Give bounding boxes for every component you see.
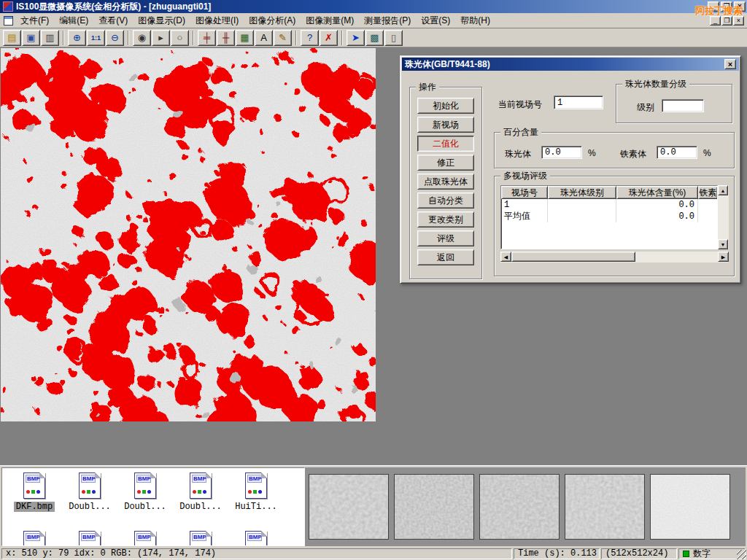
- help-icon[interactable]: ?: [301, 30, 319, 46]
- file-item-partial[interactable]: BMP: [62, 531, 117, 546]
- table-row[interactable]: 1 0.0: [501, 199, 717, 211]
- current-field-input[interactable]: [554, 96, 603, 109]
- ruler-icon[interactable]: ▯: [384, 30, 403, 46]
- header-grade[interactable]: 珠光体级别: [548, 186, 616, 199]
- op-button-1[interactable]: 初始化: [417, 98, 474, 114]
- table-horizontal-scrollbar[interactable]: ◀ ▶: [500, 252, 729, 262]
- annotate-icon[interactable]: ✎: [274, 30, 292, 46]
- micrograph-thumbnail[interactable]: [479, 474, 560, 540]
- op-button-5[interactable]: 点取珠光体: [417, 174, 474, 190]
- scroll-up-icon[interactable]: ▲: [718, 185, 728, 195]
- save-icon[interactable]: ▣: [22, 30, 40, 46]
- micrograph-thumbnail[interactable]: [650, 474, 730, 540]
- menu-image-display[interactable]: 图像显示(D): [133, 12, 190, 29]
- pointer-icon[interactable]: ➤: [347, 30, 365, 46]
- file-item[interactable]: BMPHuiTi...: [228, 472, 284, 512]
- menu-settings[interactable]: 设置(S): [416, 12, 455, 29]
- page-fold-icon: [261, 531, 267, 537]
- dialog-title-bar[interactable]: 珠光体(GB/T9441-88) ×: [402, 58, 739, 71]
- text-label-icon[interactable]: A: [255, 30, 273, 46]
- header-content[interactable]: 珠光体含量(%): [616, 186, 698, 199]
- op-button-7[interactable]: 更改类别: [417, 211, 474, 228]
- menu-image-process[interactable]: 图像处理(I): [190, 12, 244, 29]
- restore-button[interactable]: ❐: [721, 1, 732, 12]
- file-item[interactable]: BMPDoubl...: [173, 472, 228, 512]
- scrollbar-thumb[interactable]: [511, 252, 635, 262]
- menu-view[interactable]: 查看(V): [93, 12, 133, 29]
- file-list[interactable]: BMPDKF.bmpBMPDoubl...BMPDoubl...BMPDoubl…: [1, 467, 305, 546]
- thumbnail-strip: [305, 467, 746, 546]
- file-item-partial[interactable]: BMP: [228, 531, 284, 546]
- caliper-horizontal-icon[interactable]: ╪: [198, 30, 216, 46]
- op-button-2[interactable]: 新视场: [417, 117, 474, 133]
- micrograph-thumbnail[interactable]: [394, 474, 474, 540]
- micrograph-thumbnail[interactable]: [309, 474, 389, 540]
- rating-table[interactable]: 视场号 珠光体级别 珠光体含量(%) 铁素 1 0.0 平均值: [500, 185, 718, 249]
- actual-size-icon[interactable]: 1:1: [87, 30, 105, 46]
- toolbar-separator: [63, 31, 64, 45]
- hatch-icon[interactable]: ▩: [365, 30, 384, 46]
- op-button-6[interactable]: 自动分类: [417, 192, 474, 209]
- delete-measure-icon[interactable]: ✗: [320, 30, 338, 46]
- camera-icon[interactable]: ◉: [133, 30, 151, 46]
- pearlite-percent-input[interactable]: [541, 146, 582, 159]
- table-vertical-scrollbar[interactable]: ▲ ▼: [718, 185, 729, 249]
- level-input[interactable]: [662, 99, 704, 112]
- op-button-8[interactable]: 评级: [417, 230, 474, 246]
- file-row: BMPDKF.bmpBMPDoubl...BMPDoubl...BMPDoubl…: [2, 468, 304, 512]
- close-button[interactable]: ×: [734, 1, 746, 12]
- file-item[interactable]: BMPDoubl...: [117, 472, 173, 512]
- percent-sign: %: [703, 148, 711, 158]
- print-icon[interactable]: ▥: [41, 30, 59, 46]
- child-document-icon[interactable]: [4, 16, 13, 26]
- file-item[interactable]: BMPDoubl...: [62, 472, 117, 512]
- caliper-vertical-icon[interactable]: ╫: [217, 30, 235, 46]
- micrograph-image[interactable]: [1, 48, 376, 421]
- op-button-4[interactable]: 修正: [417, 155, 474, 171]
- grid-measure-icon[interactable]: ▦: [236, 30, 254, 46]
- file-name: Doubl...: [122, 502, 169, 512]
- menu-image-measure[interactable]: 图像测量(M): [301, 12, 359, 29]
- dialog-close-icon[interactable]: ×: [724, 59, 736, 69]
- mdi-restore-button[interactable]: ❐: [721, 16, 732, 26]
- scroll-right-icon[interactable]: ▶: [718, 252, 729, 262]
- zoom-in-icon[interactable]: ⊕: [68, 30, 86, 46]
- bmp-badge: BMP: [26, 475, 40, 483]
- paint-art-icon: [137, 542, 152, 546]
- menu-image-analysis[interactable]: 图像分析(A): [244, 12, 301, 29]
- menu-file[interactable]: 文件(F): [15, 12, 54, 29]
- menu-measure-report[interactable]: 测量报告(P): [359, 12, 416, 29]
- page-fold-icon: [95, 531, 101, 537]
- file-item-partial[interactable]: BMP: [117, 531, 173, 546]
- minimize-button[interactable]: _: [708, 1, 719, 12]
- page-fold-icon: [95, 472, 101, 478]
- dialog-title: 珠光体(GB/T9441-88): [405, 58, 490, 71]
- resize-grip[interactable]: [737, 550, 746, 559]
- bmp-badge: BMP: [192, 533, 206, 541]
- table-row[interactable]: 平均值 0.0: [501, 211, 717, 222]
- scroll-down-icon[interactable]: ▼: [718, 239, 728, 249]
- scrollbar-track[interactable]: [635, 252, 718, 262]
- op-button-9[interactable]: 返回: [417, 249, 474, 265]
- header-field[interactable]: 视场号: [501, 186, 548, 199]
- op-button-3[interactable]: 二值化: [417, 136, 474, 152]
- ferrite-percent-input[interactable]: [657, 146, 697, 159]
- file-item-partial[interactable]: BMP: [7, 531, 62, 546]
- paint-art-icon: [137, 483, 152, 497]
- file-panel: BMPDKF.bmpBMPDoubl...BMPDoubl...BMPDoubl…: [0, 465, 747, 548]
- mdi-close-button[interactable]: ×: [733, 16, 744, 26]
- micrograph-thumbnail[interactable]: [565, 474, 645, 540]
- snapshot-icon[interactable]: ○: [171, 30, 189, 46]
- header-ferrite[interactable]: 铁素: [698, 186, 717, 199]
- file-item-partial[interactable]: BMP: [173, 531, 228, 546]
- mdi-minimize-button[interactable]: _: [710, 16, 721, 26]
- operation-buttons: 初始化新视场二值化修正点取珠光体自动分类更改类别评级返回: [410, 95, 481, 265]
- video-icon[interactable]: ▸: [152, 30, 170, 46]
- scroll-left-icon[interactable]: ◀: [500, 252, 511, 262]
- menu-help[interactable]: 帮助(H): [455, 12, 495, 29]
- zoom-out-icon[interactable]: ⊖: [106, 30, 124, 46]
- open-icon[interactable]: ▤: [3, 30, 21, 46]
- file-name: DKF.bmp: [14, 502, 55, 512]
- menu-edit[interactable]: 编辑(E): [54, 12, 93, 29]
- file-item[interactable]: BMPDKF.bmp: [7, 472, 62, 512]
